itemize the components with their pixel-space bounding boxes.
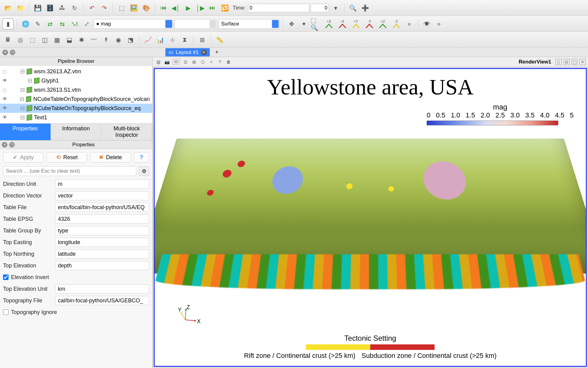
properties-close-icon[interactable]: ✕ xyxy=(2,142,7,148)
contour-icon[interactable]: ◎ xyxy=(15,34,26,45)
filter-icon[interactable]: ⬚ xyxy=(116,2,127,13)
warp-icon[interactable]: ↟ xyxy=(100,34,111,45)
visibility-icon[interactable]: 👁 xyxy=(2,115,9,120)
properties-search-input[interactable] xyxy=(3,166,136,176)
tab-properties[interactable]: Properties xyxy=(0,124,51,140)
prev-frame-icon[interactable]: ◀│ xyxy=(170,2,181,13)
play-icon[interactable]: ▶ xyxy=(183,2,194,13)
visibility-icon[interactable]: 👁 xyxy=(2,96,9,102)
vt-select-points-icon[interactable]: ⊡ xyxy=(182,59,189,65)
vt-split-icon[interactable]: ▥ xyxy=(155,59,162,65)
open-recent-icon[interactable]: 📁 xyxy=(15,2,26,13)
property-field[interactable]: m xyxy=(55,179,149,189)
property-field[interactable]: 4326 xyxy=(55,214,149,224)
property-field[interactable]: vector xyxy=(55,191,149,200)
zoom-box-icon[interactable]: ⬚🔍 xyxy=(311,18,322,29)
expand-icon[interactable]: ⊟ xyxy=(28,77,32,84)
calculator-icon[interactable]: 🖩 xyxy=(2,34,13,45)
screenshot-icon[interactable]: 🖼️ xyxy=(128,2,139,13)
tab-information[interactable]: Information xyxy=(51,124,102,140)
plot-over-line-icon[interactable]: 📈 xyxy=(142,34,153,45)
property-field[interactable]: km xyxy=(55,284,149,293)
view-nx-button[interactable]: -X xyxy=(336,18,349,29)
visibility-icon[interactable]: ◌ xyxy=(2,69,9,75)
expand-icon[interactable]: ⊟ xyxy=(20,86,25,93)
histogram-icon[interactable]: 📊 xyxy=(155,34,166,45)
add-find-icon[interactable]: ➕ xyxy=(360,2,371,13)
reset-camera-icon[interactable]: ✥ xyxy=(286,18,297,29)
connect-icon[interactable]: 🖧 xyxy=(57,2,68,13)
property-field[interactable]: ents/focal/bin-focal-python/USA/EQ xyxy=(55,203,149,212)
extract-icon[interactable]: ⬓ xyxy=(64,34,75,45)
more-view-icon[interactable]: » xyxy=(404,18,415,29)
time-step-icon[interactable]: ▾ xyxy=(330,2,341,13)
save-state-icon[interactable]: 💾 xyxy=(32,2,43,13)
time-value-input[interactable] xyxy=(248,4,309,12)
visibility-icon[interactable]: 👁 xyxy=(2,78,9,83)
rescale-custom-icon[interactable]: ⇆ xyxy=(57,18,68,29)
first-frame-icon[interactable]: ⏮ xyxy=(158,2,169,13)
properties-popout-icon[interactable]: ◳ xyxy=(9,142,15,148)
visibility-icon[interactable]: ◌ xyxy=(2,87,9,93)
axes-grid-icon[interactable]: ⊞ xyxy=(197,34,208,45)
open-icon[interactable]: 📂 xyxy=(2,2,13,13)
expand-icon[interactable]: ⊟ xyxy=(20,68,25,75)
render-viewport[interactable]: Yellowstone area, USA mag 00.51.01.52.02… xyxy=(154,68,587,367)
repr-selector[interactable]: Surface xyxy=(218,19,280,29)
property-field[interactable]: depth xyxy=(55,261,149,270)
rescale-visible-icon[interactable]: ⤢ xyxy=(81,18,92,29)
glyph-icon[interactable]: ✱ xyxy=(76,34,87,45)
view-px-button[interactable]: +X xyxy=(323,18,335,29)
pipeline-close-icon[interactable]: ✕ xyxy=(2,50,8,55)
property-field[interactable]: cal/bin-focal-python/USA/GEBCO_ xyxy=(55,296,149,305)
pipeline-item[interactable]: 👁 ⊟ NCubeTableOnTopographyBlockSource_eq xyxy=(0,104,152,113)
rescale-temporal-icon[interactable]: ⤡t xyxy=(69,18,80,29)
pipeline-item[interactable]: 👁 ⊟ Glyph1 xyxy=(0,76,152,85)
view-nz-button[interactable]: -Z xyxy=(390,18,402,29)
pipeline-popout-icon[interactable]: ◳ xyxy=(10,50,15,55)
split-v-icon[interactable]: ⊟ xyxy=(564,59,570,65)
last-frame-icon[interactable]: ⏭ xyxy=(207,2,218,13)
expand-icon[interactable]: ⊟ xyxy=(20,105,25,112)
palette-icon[interactable]: 🎨 xyxy=(141,2,152,13)
delete-button[interactable]: ✖Delete xyxy=(90,152,131,163)
tab-multiblock[interactable]: Multi-block Inspector xyxy=(101,124,152,140)
vt-clear-icon[interactable]: 🗑 xyxy=(225,59,232,65)
vt-hover-icon[interactable]: ? xyxy=(217,59,223,65)
edit-color-icon[interactable]: ✎ xyxy=(32,18,43,29)
view-pz-button[interactable]: +Z xyxy=(377,18,389,29)
rescale-range-icon[interactable]: ⇄ xyxy=(44,18,55,29)
layout-tab-1[interactable]: ▭ Layout #1 ✕ xyxy=(165,48,210,56)
property-field[interactable]: type xyxy=(55,226,149,235)
expand-icon[interactable]: ⊟ xyxy=(20,96,24,102)
layout-add-button[interactable]: + xyxy=(212,48,222,56)
scalar-bar-icon[interactable]: ▮ xyxy=(2,18,13,29)
stream-icon[interactable]: 〰 xyxy=(88,34,99,45)
threshold-icon[interactable]: ▦ xyxy=(51,34,62,45)
clip-icon[interactable]: ⬚ xyxy=(27,34,38,45)
temporal-icon[interactable]: ⧗ xyxy=(179,34,190,45)
component-selector[interactable] xyxy=(174,19,217,29)
property-field[interactable]: latitude xyxy=(55,249,149,259)
vt-camera-icon[interactable]: 📷 xyxy=(164,59,170,65)
vt-3d-button[interactable]: 3D xyxy=(172,59,180,65)
array-selector[interactable]: ● mag xyxy=(93,19,173,29)
ruler-icon[interactable]: 📏 xyxy=(214,34,225,45)
close-view-icon[interactable]: ✕ xyxy=(579,59,586,65)
expand-icon[interactable]: ⊟ xyxy=(20,114,25,121)
group-icon[interactable]: ◉ xyxy=(113,34,124,45)
view-py-button[interactable]: +Y xyxy=(350,18,362,29)
pipeline-item[interactable]: 👁 ⊟ NCubeTableOnTopographyBlockSource_vo… xyxy=(0,94,152,104)
help-button[interactable]: ? xyxy=(134,152,149,163)
pipeline-item[interactable]: 👁 ⊟ Text1 xyxy=(0,113,152,122)
zoom-to-data-icon[interactable]: ✦ xyxy=(298,18,309,29)
color-map-editor-icon[interactable]: 🌐 xyxy=(20,18,31,29)
eye-dome-icon[interactable]: 👁️ xyxy=(421,18,432,29)
visibility-icon[interactable]: 👁 xyxy=(2,105,9,111)
loop-icon[interactable]: 🔁 xyxy=(219,2,230,13)
vt-select-cells-icon[interactable]: ⊞ xyxy=(191,59,198,65)
extract-sel-icon[interactable]: ⬔ xyxy=(125,34,136,45)
redo-icon[interactable]: ↷ xyxy=(99,2,110,13)
slice-icon[interactable]: ◫ xyxy=(39,34,50,45)
pipeline-item[interactable]: ◌ ⊟ wsm.32613.S1.vtm xyxy=(0,85,152,94)
